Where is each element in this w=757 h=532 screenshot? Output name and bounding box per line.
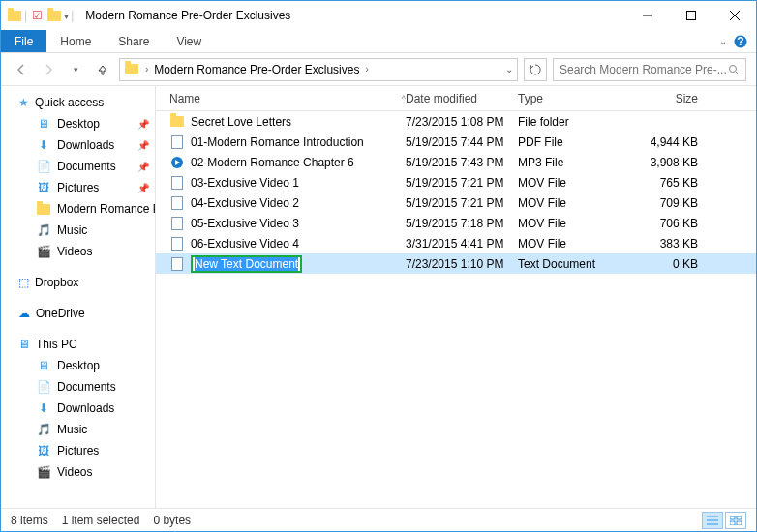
onedrive-icon: ☁ <box>18 307 30 320</box>
folder-icon[interactable] <box>46 8 62 23</box>
sidebar-item-videos[interactable]: 🎬Videos <box>1 241 155 262</box>
column-name[interactable]: Name^ <box>156 92 406 105</box>
recent-dropdown-icon[interactable]: ▾ <box>65 59 86 80</box>
folder-icon <box>124 62 139 77</box>
file-size: 706 KB <box>638 217 706 230</box>
refresh-button[interactable] <box>524 58 547 81</box>
file-name: Secret Love Letters <box>191 115 291 129</box>
table-row[interactable]: New Text Document7/23/2015 1:10 PMText D… <box>156 253 756 274</box>
table-row[interactable]: 04-Exclusive Video 25/19/2015 7:21 PMMOV… <box>156 192 756 213</box>
music-icon: 🎵 <box>36 222 51 238</box>
sidebar-item-pc-pictures[interactable]: 🖼Pictures <box>1 440 155 461</box>
status-item-count: 8 items <box>11 514 48 527</box>
sidebar-item-pc-videos[interactable]: 🎬Videos <box>1 461 155 483</box>
home-tab[interactable]: Home <box>46 30 105 52</box>
table-row[interactable]: 01-Modern Romance Introduction5/19/2015 … <box>156 132 756 152</box>
file-name: 02-Modern Romance Chapter 6 <box>191 156 354 169</box>
file-date: 7/23/2015 1:10 PM <box>406 257 518 271</box>
search-box[interactable] <box>553 58 746 81</box>
sidebar-item-label: Music <box>57 423 87 436</box>
breadcrumb[interactable]: Modern Romance Pre-Order Exclusives <box>154 63 359 76</box>
qat-properties-icon[interactable]: ☑ <box>29 8 45 23</box>
file-name: 03-Exclusive Video 1 <box>191 176 299 190</box>
table-row[interactable]: 02-Modern Romance Chapter 65/19/2015 7:4… <box>156 152 756 172</box>
sidebar-item-dropbox[interactable]: ⬚Dropbox <box>1 272 155 293</box>
status-selection: 1 item selected <box>62 514 140 527</box>
dropbox-icon: ⬚ <box>18 276 29 289</box>
svg-text:?: ? <box>737 35 743 48</box>
sidebar-item-downloads[interactable]: ⬇Downloads📌 <box>1 134 155 156</box>
svg-rect-14 <box>730 521 735 525</box>
sidebar-item-music[interactable]: 🎵Music <box>1 220 155 241</box>
sidebar-item-quick-access[interactable]: ★Quick access <box>1 92 155 113</box>
file-list-pane: Name^ Date modified Type Size Secret Lov… <box>156 86 756 508</box>
column-size[interactable]: Size <box>638 92 706 105</box>
search-input[interactable] <box>560 63 728 76</box>
address-bar[interactable]: › Modern Romance Pre-Order Exclusives › … <box>119 58 518 81</box>
qat-dropdown-icon[interactable]: ▾ <box>64 11 69 21</box>
folder-icon <box>169 114 185 130</box>
sidebar-item-this-pc[interactable]: 🖥This PC <box>1 334 155 355</box>
pictures-icon: 🖼 <box>36 180 51 195</box>
qat-divider: | <box>24 9 27 22</box>
sidebar-item-label: This PC <box>36 338 77 351</box>
svg-point-6 <box>730 65 737 72</box>
sidebar-item-modern-romance[interactable]: Modern Romance Pre-Order Exclusives <box>1 198 155 220</box>
minimize-button[interactable] <box>625 2 669 29</box>
status-bar: 8 items 1 item selected 0 bytes <box>1 508 756 531</box>
file-tab[interactable]: File <box>1 30 46 52</box>
file-date: 5/19/2015 7:18 PM <box>406 217 518 230</box>
icons-view-button[interactable] <box>725 512 746 529</box>
pin-icon: 📌 <box>137 162 149 172</box>
file-name: 06-Exclusive Video 4 <box>191 237 299 251</box>
svg-rect-15 <box>737 521 742 525</box>
mp3-icon <box>169 155 185 170</box>
chevron-right-icon[interactable]: › <box>145 64 148 74</box>
forward-button[interactable] <box>38 59 59 80</box>
status-size: 0 bytes <box>153 514 191 527</box>
folder-icon <box>36 201 51 217</box>
details-view-button[interactable] <box>702 512 723 529</box>
table-row[interactable]: 03-Exclusive Video 15/19/2015 7:21 PMMOV… <box>156 172 756 192</box>
sidebar-item-documents[interactable]: 📄Documents📌 <box>1 156 155 177</box>
close-button[interactable] <box>712 2 756 29</box>
file-size: 4,944 KB <box>638 135 706 149</box>
rename-input[interactable]: New Text Document <box>191 255 302 273</box>
table-row[interactable]: 05-Exclusive Video 35/19/2015 7:18 PMMOV… <box>156 213 756 233</box>
table-row[interactable]: 06-Exclusive Video 43/31/2015 4:41 PMMOV… <box>156 233 756 253</box>
sidebar-item-pc-desktop[interactable]: 🖥Desktop <box>1 355 155 376</box>
sidebar-item-label: Dropbox <box>35 276 78 289</box>
file-type: MP3 File <box>518 156 638 169</box>
column-type[interactable]: Type <box>518 92 638 105</box>
up-button[interactable] <box>92 59 113 80</box>
documents-icon: 📄 <box>36 379 51 395</box>
downloads-icon: ⬇ <box>36 137 51 153</box>
view-tab[interactable]: View <box>163 30 215 52</box>
file-name: 05-Exclusive Video 3 <box>191 217 299 230</box>
sidebar-item-pc-downloads[interactable]: ⬇Downloads <box>1 398 155 419</box>
share-tab[interactable]: Share <box>105 30 163 52</box>
sidebar-item-onedrive[interactable]: ☁OneDrive <box>1 303 155 324</box>
sidebar-item-pictures[interactable]: 🖼Pictures📌 <box>1 177 155 198</box>
file-type: PDF File <box>518 135 638 149</box>
sidebar-item-pc-documents[interactable]: 📄Documents <box>1 376 155 398</box>
chevron-right-icon[interactable]: › <box>365 64 368 74</box>
ribbon-expand-icon[interactable]: ⌄ <box>719 30 727 52</box>
pc-icon: 🖥 <box>18 338 30 351</box>
back-button[interactable] <box>11 59 32 80</box>
folder-icon <box>7 8 22 23</box>
sidebar-item-desktop[interactable]: 🖥Desktop📌 <box>1 113 155 134</box>
file-size: 383 KB <box>638 237 706 251</box>
maximize-button[interactable] <box>669 2 712 29</box>
documents-icon: 📄 <box>36 159 51 174</box>
file-type: MOV File <box>518 176 638 190</box>
file-rows: Secret Love Letters7/23/2015 1:08 PMFile… <box>156 111 756 508</box>
help-icon[interactable]: ? <box>731 30 750 52</box>
column-date[interactable]: Date modified <box>406 92 518 105</box>
file-size: 765 KB <box>638 176 706 190</box>
sidebar-item-pc-music[interactable]: 🎵Music <box>1 419 155 440</box>
table-row[interactable]: Secret Love Letters7/23/2015 1:08 PMFile… <box>156 111 756 132</box>
ribbon: File Home Share View ⌄ ? <box>1 30 756 53</box>
address-dropdown-icon[interactable]: ⌄ <box>505 64 513 74</box>
file-type: Text Document <box>518 257 638 271</box>
